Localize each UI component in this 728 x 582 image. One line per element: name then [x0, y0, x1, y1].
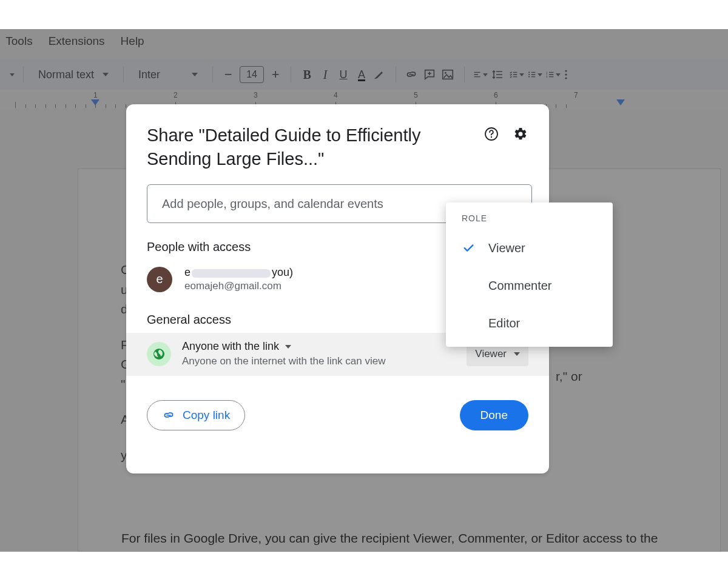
role-menu-label: ROLE [446, 211, 613, 229]
help-icon[interactable] [484, 126, 499, 142]
link-access-subtitle: Anyone on the internet with the link can… [182, 355, 385, 367]
link-icon [162, 409, 175, 422]
copy-link-label: Copy link [183, 409, 230, 422]
role-option-editor[interactable]: Editor [446, 304, 613, 342]
link-role-label: Viewer [475, 348, 507, 360]
role-menu: ROLE Viewer Commenter Editor [446, 202, 613, 347]
chevron-down-icon [514, 352, 520, 356]
redacted-name [192, 269, 271, 278]
dialog-title: Share "Detailed Guide to Efficiently Sen… [147, 124, 462, 171]
role-option-label: Viewer [488, 241, 525, 255]
avatar: e [147, 267, 172, 292]
role-option-commenter[interactable]: Commenter [446, 267, 613, 304]
add-people-placeholder: Add people, groups, and calendar events [162, 197, 383, 211]
done-button[interactable]: Done [460, 400, 528, 430]
link-access-label: Anyone with the link [182, 340, 279, 353]
globe-icon [147, 342, 171, 366]
document-text-below: For files in Google Drive, you can give … [121, 531, 679, 546]
chevron-down-icon [285, 345, 291, 349]
link-access-dropdown[interactable]: Anyone with the link [182, 340, 385, 353]
check-icon [462, 241, 475, 255]
copy-link-button[interactable]: Copy link [147, 400, 245, 430]
role-option-viewer[interactable]: Viewer [446, 229, 613, 267]
role-option-label: Editor [488, 316, 520, 330]
owner-name: eyou) [184, 266, 293, 279]
app-root: t Tools Extensions Help Normal text Inte… [0, 0, 728, 582]
role-option-label: Commenter [488, 279, 551, 293]
owner-email: eomajeh@gmail.com [184, 280, 293, 292]
svg-point-12 [491, 136, 492, 138]
settings-icon[interactable] [513, 126, 528, 142]
